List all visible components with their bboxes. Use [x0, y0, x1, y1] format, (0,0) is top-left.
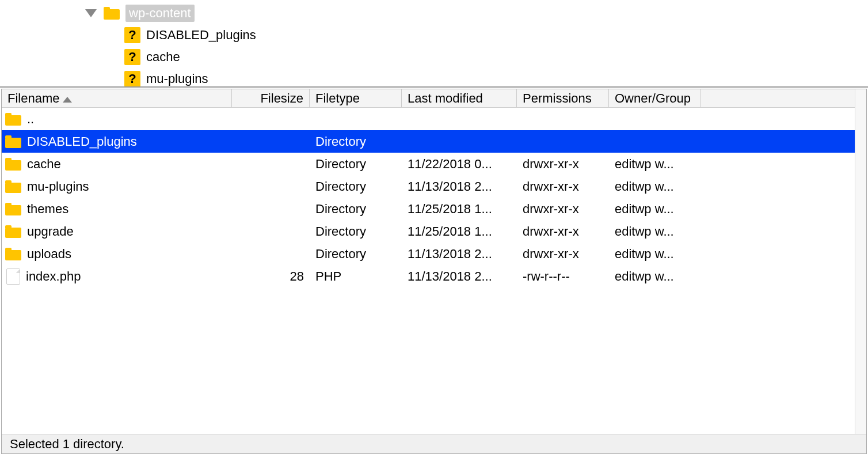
cell-filename: themes — [2, 198, 232, 220]
cell-last-modified: 11/13/2018 2... — [402, 265, 517, 287]
folder-icon — [5, 225, 21, 238]
vertical-scrollbar[interactable] — [855, 89, 866, 434]
file-row[interactable]: DISABLED_pluginsDirectory — [2, 130, 855, 153]
cell-filename: DISABLED_plugins — [2, 130, 232, 153]
chevron-down-icon[interactable] — [85, 9, 97, 17]
folder-icon — [5, 158, 21, 171]
folder-icon — [104, 7, 120, 20]
file-icon — [6, 268, 20, 285]
column-header-row: Filename Filesize Filetype Last modified… — [2, 89, 855, 108]
filename-text: upgrade — [27, 224, 74, 239]
cell-filesize — [232, 220, 310, 243]
cell-filetype: Directory — [310, 198, 402, 220]
cell-filetype: Directory — [310, 243, 402, 265]
file-row[interactable]: upgradeDirectory11/25/2018 1...drwxr-xr-… — [2, 220, 855, 243]
cell-filetype: Directory — [310, 130, 402, 153]
cell-filesize — [232, 108, 310, 130]
tree-item[interactable]: ? DISABLED_plugins — [0, 24, 868, 46]
question-icon: ? — [124, 49, 140, 65]
tree-label: cache — [146, 50, 180, 65]
folder-icon — [5, 135, 21, 148]
file-list-panel: Filename Filesize Filetype Last modified… — [1, 89, 867, 454]
status-text: Selected 1 directory. — [10, 437, 124, 452]
file-row[interactable]: index.php28PHP11/13/2018 2...-rw-r--r--e… — [2, 265, 855, 287]
cell-owner-group: editwp w... — [609, 265, 701, 287]
file-row[interactable]: .. — [2, 108, 855, 130]
folder-icon — [5, 203, 21, 215]
filename-text: .. — [27, 112, 34, 127]
cell-permissions: drwxr-xr-x — [517, 220, 609, 243]
cell-last-modified — [402, 130, 517, 153]
cell-owner-group — [609, 108, 701, 130]
tree-label: wp-content — [125, 5, 195, 22]
sort-asc-icon — [63, 91, 72, 106]
cell-filename: upgrade — [2, 220, 232, 243]
column-header-last-modified[interactable]: Last modified — [402, 89, 517, 107]
directory-tree-panel: wp-content ? DISABLED_plugins ? cache ? … — [0, 0, 868, 88]
cell-last-modified — [402, 108, 517, 130]
cell-owner-group: editwp w... — [609, 243, 701, 265]
file-row[interactable]: themesDirectory11/25/2018 1...drwxr-xr-x… — [2, 198, 855, 220]
file-list[interactable]: ..DISABLED_pluginsDirectorycacheDirector… — [2, 108, 855, 434]
file-row[interactable]: uploadsDirectory11/13/2018 2...drwxr-xr-… — [2, 243, 855, 265]
cell-filename: cache — [2, 153, 232, 175]
cell-permissions: -rw-r--r-- — [517, 265, 609, 287]
tree-item[interactable]: ? cache — [0, 46, 868, 68]
cell-filetype: Directory — [310, 153, 402, 175]
cell-filename: .. — [2, 108, 232, 130]
cell-owner-group: editwp w... — [609, 175, 701, 198]
cell-filetype: PHP — [310, 265, 402, 287]
column-header-filesize[interactable]: Filesize — [232, 89, 310, 107]
cell-filetype: Directory — [310, 175, 402, 198]
cell-permissions — [517, 108, 609, 130]
folder-icon — [5, 113, 21, 126]
tree-item[interactable]: ? mu-plugins — [0, 68, 868, 88]
column-header-filename[interactable]: Filename — [2, 89, 232, 107]
cell-filetype: Directory — [310, 220, 402, 243]
cell-owner-group: editwp w... — [609, 153, 701, 175]
file-row[interactable]: cacheDirectory11/22/2018 0...drwxr-xr-xe… — [2, 153, 855, 175]
cell-filesize — [232, 130, 310, 153]
cell-filesize — [232, 198, 310, 220]
cell-permissions: drwxr-xr-x — [517, 175, 609, 198]
folder-icon — [5, 180, 21, 193]
cell-last-modified: 11/13/2018 2... — [402, 243, 517, 265]
folder-icon — [5, 248, 21, 260]
cell-filesize — [232, 153, 310, 175]
cell-filename: index.php — [2, 265, 232, 287]
cell-filesize — [232, 175, 310, 198]
file-row[interactable]: mu-pluginsDirectory11/13/2018 2...drwxr-… — [2, 175, 855, 198]
cell-permissions: drwxr-xr-x — [517, 198, 609, 220]
cell-permissions — [517, 130, 609, 153]
filename-text: DISABLED_plugins — [27, 134, 137, 149]
column-header-owner-group[interactable]: Owner/Group — [609, 89, 701, 107]
filename-text: themes — [27, 202, 68, 217]
tree-label: mu-plugins — [146, 71, 208, 86]
question-icon: ? — [124, 27, 140, 43]
cell-filesize — [232, 243, 310, 265]
cell-owner-group: editwp w... — [609, 198, 701, 220]
cell-filetype — [310, 108, 402, 130]
status-bar: Selected 1 directory. — [2, 434, 866, 453]
cell-permissions: drwxr-xr-x — [517, 153, 609, 175]
cell-last-modified: 11/13/2018 2... — [402, 175, 517, 198]
column-header-permissions[interactable]: Permissions — [517, 89, 609, 107]
tree-label: DISABLED_plugins — [146, 28, 256, 43]
cell-last-modified: 11/22/2018 0... — [402, 153, 517, 175]
cell-last-modified: 11/25/2018 1... — [402, 198, 517, 220]
tree-item-wp-content[interactable]: wp-content — [0, 2, 868, 24]
filename-text: index.php — [26, 269, 81, 284]
column-header-filetype[interactable]: Filetype — [310, 89, 402, 107]
cell-permissions: drwxr-xr-x — [517, 243, 609, 265]
filename-text: mu-plugins — [27, 179, 89, 194]
question-icon: ? — [124, 71, 140, 87]
cell-owner-group: editwp w... — [609, 220, 701, 243]
filename-text: cache — [27, 157, 61, 172]
cell-owner-group — [609, 130, 701, 153]
cell-filename: uploads — [2, 243, 232, 265]
filename-text: uploads — [27, 247, 71, 262]
cell-filesize: 28 — [232, 265, 310, 287]
cell-filename: mu-plugins — [2, 175, 232, 198]
cell-last-modified: 11/25/2018 1... — [402, 220, 517, 243]
